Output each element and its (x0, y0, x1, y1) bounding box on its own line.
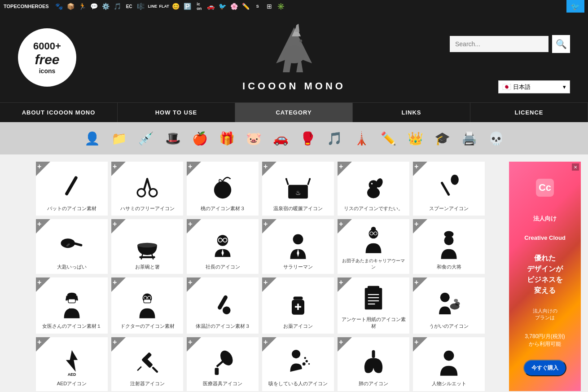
cat-person[interactable]: 👤 (79, 126, 105, 151)
nav-about[interactable]: ABOUT ICOOON MONO (0, 103, 118, 122)
icon-card-bowl[interactable]: + お茶碗と箸 (111, 219, 183, 274)
card-label: アンケート用紙のアイコン素材 (341, 316, 406, 330)
icon-card-person[interactable]: + 人物シルエット (413, 337, 485, 391)
icon-card-chef[interactable]: + 和食の大将 (413, 219, 485, 274)
nav-icon-14[interactable]: 🚗 (206, 1, 216, 11)
onsen-icon: ♨ (282, 171, 314, 203)
site-name[interactable]: TOPECONHEROES (4, 4, 49, 9)
ad-buy-button[interactable]: 今すぐ購入 (523, 360, 566, 376)
nav-icon-15[interactable]: 🐦 (218, 1, 228, 11)
category-bar: 👤 📁 💉 🎩 🍎 🎁 🐷 🚗 🥊 🎵 🗼 ✏️ 👑 🎓 🖨️ 💀 (0, 122, 588, 154)
nav-links[interactable]: LINKS (353, 103, 470, 122)
cat-pencil[interactable]: ✏️ (376, 126, 401, 151)
nav-icon-8[interactable]: 🎼 (136, 1, 146, 11)
icon-card-female-doctor[interactable]: + 女医さんのアイコン素材１ (36, 277, 108, 334)
cat-skull[interactable]: 💀 (483, 126, 509, 151)
ad-brand: Creative Cloud (524, 234, 566, 241)
nav-icon-16[interactable]: 🌸 (229, 1, 239, 11)
nav-icon-17[interactable]: ✏️ (241, 1, 251, 11)
chef-icon (433, 229, 465, 261)
ad-tagline: 優れた デザインが ビジネスを 変える (527, 253, 563, 296)
nav-licence[interactable]: LICENCE (470, 103, 588, 122)
plus-icon: + (113, 278, 117, 286)
icon-card-career-woman[interactable]: + お団子あたまのキャリアウーマン (338, 219, 409, 274)
nav-icon-5[interactable]: ⚙️ (101, 1, 111, 11)
nav-category[interactable]: CATEGORY (235, 103, 353, 122)
plus-icon: + (113, 338, 117, 346)
svg-line-15 (286, 179, 288, 185)
icon-card-doctor[interactable]: + ドクターのアイコン素材 (111, 277, 183, 334)
nav-icon-2[interactable]: 📦 (66, 1, 76, 11)
cat-hat[interactable]: 🎩 (160, 126, 185, 151)
svg-rect-25 (440, 181, 450, 196)
nav-icon-4[interactable]: 💬 (89, 1, 99, 11)
bat-icon (56, 171, 88, 203)
card-label: 肺のアイコン (359, 380, 388, 387)
cat-car[interactable]: 🚗 (268, 126, 293, 151)
icon-card-boss[interactable]: + 社長のアイコン (187, 219, 259, 274)
icon-card-spoon[interactable]: + スプーンアイコン (413, 162, 485, 216)
cat-boxing[interactable]: 🥊 (295, 126, 320, 151)
cat-apple[interactable]: 🍎 (187, 126, 212, 151)
icon-card-bat[interactable]: + バットのアイコン素材 (36, 162, 108, 216)
nav-icon-12[interactable]: 🅿️ (183, 1, 193, 11)
icon-card-syringe[interactable]: + 注射器アイコン (111, 337, 183, 391)
icon-card-peach[interactable]: + 桃のアイコン素材３ (187, 162, 259, 216)
icon-card-medical-tool[interactable]: + 医療器具アイコン (187, 337, 259, 391)
cat-pig[interactable]: 🐷 (241, 126, 266, 151)
search-input[interactable] (450, 36, 549, 52)
main-content: + バットのアイコン素材 + ハサミのフリーアイコン + (0, 154, 588, 392)
svg-point-23 (372, 186, 375, 189)
icon-card-squirrel[interactable]: + リスのアイコンですたい。 (338, 162, 409, 216)
nav-icon-20[interactable]: ✳️ (276, 1, 286, 11)
icon-card-thermometer[interactable]: + 体温計のアイコン素材３ (187, 277, 259, 334)
search-area: 🔍 (450, 35, 570, 53)
cat-gift[interactable]: 🎁 (214, 126, 239, 151)
icon-card-salaryman[interactable]: + サラリーマン (262, 219, 334, 274)
svg-point-84 (306, 360, 308, 362)
card-label: お薬アイコン (283, 323, 313, 330)
icon-card-questionnaire[interactable]: + アンケート用紙のアイコン素材 (338, 277, 409, 334)
icon-card-medicine[interactable]: + お薬アイコン (262, 277, 334, 334)
nav-icon-19[interactable]: ⊞ (264, 1, 274, 11)
nav-icon-10: FLAT (159, 1, 169, 11)
icon-card-onsen[interactable]: + ♨ 温泉宿の暖簾アイコン (262, 162, 334, 216)
twitter-button[interactable]: 🐦 (566, 0, 584, 13)
nav-icon-18: S (253, 1, 263, 11)
card-label: 体温計のアイコン素材３ (196, 323, 250, 330)
salaryman-icon (282, 229, 314, 261)
nav-icon-1[interactable]: 🐾 (54, 1, 64, 11)
icon-card-aed[interactable]: + AED AEDアイコン (36, 337, 108, 391)
svg-point-82 (292, 350, 300, 358)
card-label: 温泉宿の暖簾アイコン (273, 205, 323, 212)
icon-card-gargling[interactable]: + うがいのアイコン (413, 277, 485, 334)
svg-point-88 (444, 351, 454, 361)
logo-free: free (35, 52, 59, 67)
gargling-icon (433, 289, 465, 320)
nav-icon-6[interactable]: 🎵 (113, 1, 123, 11)
icon-card-ladle[interactable]: + 大匙いっぱい (36, 219, 108, 274)
cat-lighthouse[interactable]: 🗼 (349, 126, 374, 151)
nav-how-to-use[interactable]: HOW TO USE (118, 103, 235, 122)
language-selector[interactable]: 🇯🇵 日本語 ▾ (498, 80, 570, 93)
cat-crown[interactable]: 👑 (403, 126, 428, 151)
icon-card-scissors[interactable]: + ハサミのフリーアイコン (111, 162, 183, 216)
nav-icon-11[interactable]: 😊 (171, 1, 181, 11)
plus-icon: + (414, 220, 418, 228)
search-button[interactable]: 🔍 (552, 35, 570, 53)
cat-syringe[interactable]: 💉 (133, 126, 158, 151)
svg-point-83 (303, 362, 306, 366)
card-label: 和食の大将 (437, 264, 461, 270)
card-label: お茶碗と箸 (135, 264, 160, 270)
cat-folder[interactable]: 📁 (106, 126, 132, 151)
nav-icon-3[interactable]: 🏃 (78, 1, 88, 11)
icon-card-cough[interactable]: + 咳をしている人のアイコン (262, 337, 334, 391)
ad-close-button[interactable]: ✕ (572, 163, 579, 171)
plus-icon: + (263, 278, 268, 286)
cat-music[interactable]: 🎵 (322, 126, 347, 151)
icon-card-lungs[interactable]: + 肺のアイコン (338, 337, 409, 391)
cat-printer[interactable]: 🖨️ (456, 126, 482, 151)
card-label: 女医さんのアイコン素材１ (42, 323, 101, 330)
svg-rect-87 (372, 350, 375, 358)
cat-graduation[interactable]: 🎓 (430, 126, 455, 151)
